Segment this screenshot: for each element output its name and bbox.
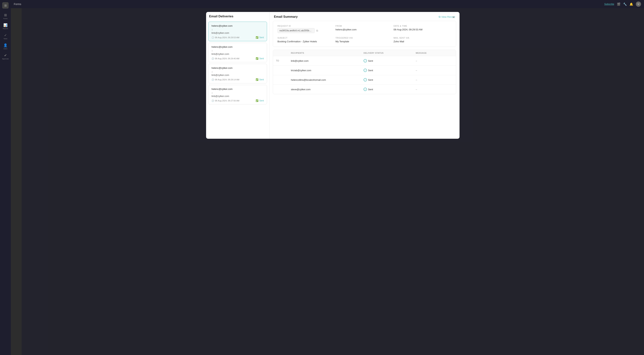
recipients-card: RECIPIENTS DELIVERY STATUS MESSAGE TO li… (273, 50, 456, 94)
row-status-3: ✓ Sent (364, 78, 416, 82)
reports-icon: 📊 (3, 23, 8, 27)
right-panel: Email Summary ⧉ View Record Request ID (270, 12, 460, 139)
modal-overlay: × Email Deliveries helenc@zylker.com ↓ l… (22, 8, 644, 355)
col-delivery-status: DELIVERY STATUS (364, 52, 416, 54)
card-to-4: linb@zylker.com (212, 95, 264, 98)
close-button[interactable]: × (451, 15, 456, 20)
triggered-via-label: Triggered via (336, 37, 393, 39)
sidebar-item-forms[interactable]: ⊞ Forms (1, 12, 10, 21)
row-label-1: TO (276, 60, 291, 62)
delivery-card-3[interactable]: helenc@zylker.com ↓ linb@zylker.com 🕐 08… (208, 64, 267, 83)
approvals-icon: ✔ (4, 53, 7, 58)
status-icon-1: ✓ (364, 59, 367, 63)
clock-icon-1: 🕐 (212, 36, 214, 39)
summary-card: Request ID ea36f19a.aed6c6.m1.ab25f3b0-5… (273, 21, 456, 47)
mail-sent-via-value: Zoho Mail (394, 40, 452, 43)
card-arrow-2: ↓ (212, 49, 264, 52)
col-message: MESSAGE (416, 52, 453, 54)
left-panel-title: Email Deliveries (208, 14, 267, 20)
card-to-1: linb@zylker.com (212, 32, 264, 34)
row-status-4: ✓ Sent (364, 88, 416, 91)
from-field: From helenc@zylker.com (336, 25, 393, 33)
row-message-2: – (416, 69, 453, 72)
date-time-label: Date & Time (394, 25, 452, 27)
subject-value: Booking Confirmation - Zylker Hotels (278, 40, 336, 43)
mail-sent-via-field: Mail sent via Zoho Mail (394, 37, 452, 43)
app-logo: ⊞ (2, 2, 8, 9)
sidebar-reports-label: Reports (3, 28, 8, 30)
forms-icon: ⊞ (4, 13, 7, 17)
card-footer-1: 🕐 08-Aug-2024, 09:29:53 AM ✅ Sent (212, 36, 264, 39)
row-message-3: – (416, 79, 453, 81)
subject-label: Subject (278, 37, 336, 39)
status-icon-4: ✓ (364, 88, 367, 91)
sidebar-item-tasks[interactable]: ✓ Tasks (1, 32, 10, 41)
clock-icon-3: 🕐 (212, 79, 214, 81)
card-time-2: 🕐 08-Aug-2024, 09:29:40 AM (212, 58, 239, 60)
col-recipients: RECIPIENTS (291, 52, 364, 54)
row-email-1: linb@zylker.com (291, 60, 364, 62)
copy-icon[interactable]: ⧉ (316, 29, 318, 32)
bell-icon[interactable]: 🔔 (630, 3, 633, 6)
delivery-card-1[interactable]: helenc@zylker.com ↓ linb@zylker.com 🕐 08… (208, 22, 267, 41)
row-email-2: triciab@zylker.com (291, 69, 364, 72)
card-arrow-4: ↓ (212, 91, 264, 94)
card-time-1: 🕐 08-Aug-2024, 09:29:53 AM (212, 36, 239, 39)
delivery-card-2[interactable]: helenc@zylker.com ↓ linb@zylker.com 🕐 08… (208, 43, 267, 62)
card-arrow-3: ↓ (212, 70, 264, 73)
users-icon: 👤 (3, 43, 8, 47)
sent-icon-1: ✅ (256, 36, 258, 39)
date-time-field: Date & Time 08-Aug-2024, 09:29:53 AM (394, 25, 452, 33)
clock-icon-2: 🕐 (212, 58, 214, 60)
summary-row-1: Request ID ea36f19a.aed6c6.m1.ab25f3b0-5… (278, 25, 452, 33)
clock-icon-4: 🕐 (212, 100, 214, 102)
request-id-label: Request ID (278, 25, 336, 27)
row-message-4: – (416, 88, 453, 91)
card-status-4: ✅ Sent (256, 99, 264, 102)
sidebar: ⊞ ⊞ Forms 📊 Reports ✓ Tasks 👤 Users ✔ Ap… (0, 0, 11, 355)
status-icon-3: ✓ (364, 78, 367, 82)
col-empty (276, 52, 291, 54)
request-id-row: ea36f19a.aed6c6.m1.ab25f3b0-553a-11... ⧉ (278, 28, 336, 33)
user-avatar[interactable]: U (636, 2, 641, 7)
video-icon[interactable]: 🎬 (617, 3, 620, 6)
sidebar-forms-label: Forms (3, 18, 8, 20)
card-time-3: 🕐 08-Aug-2024, 09:29:14 AM (212, 79, 239, 81)
card-to-3: linb@zylker.com (212, 74, 264, 77)
card-to-2: linb@zylker.com (212, 53, 264, 55)
triggered-via-field: Triggered via My Template (336, 37, 393, 43)
table-header: RECIPIENTS DELIVERY STATUS MESSAGE (273, 50, 456, 56)
tools-icon[interactable]: 🔧 (623, 3, 627, 6)
sent-icon-3: ✅ (256, 78, 258, 81)
row-status-1: ✓ Sent (364, 59, 416, 63)
sidebar-tasks-label: Tasks (4, 38, 7, 40)
topbar: Forms Subscribe 🎬 🔧 🔔 U (11, 0, 644, 8)
table-row-4: steve@zylker.com ✓ Sent – (273, 85, 456, 94)
card-status-1: ✅ Sent (256, 36, 264, 39)
summary-row-2: Subject Booking Confirmation - Zylker Ho… (278, 37, 452, 43)
sidebar-item-reports[interactable]: 📊 Reports (1, 22, 10, 31)
row-status-2: ✓ Sent (364, 69, 416, 72)
card-from-4: helenc@zylker.com (212, 88, 264, 90)
sent-icon-2: ✅ (256, 57, 258, 60)
date-time-value: 08-Aug-2024, 09:29:53 AM (394, 28, 452, 31)
card-arrow-1: ↓ (212, 28, 264, 31)
sidebar-users-label: Users (4, 48, 8, 50)
sidebar-item-users[interactable]: 👤 Users (1, 42, 10, 51)
right-header: Email Summary ⧉ View Record (270, 12, 460, 21)
from-label: From (336, 25, 393, 27)
subscribe-link[interactable]: Subscribe (604, 3, 614, 6)
delivery-card-4[interactable]: helenc@zylker.com ↓ linb@zylker.com 🕐 08… (208, 85, 267, 104)
sent-icon-4: ✅ (256, 99, 258, 102)
request-id-field: Request ID ea36f19a.aed6c6.m1.ab25f3b0-5… (278, 25, 336, 33)
card-from-3: helenc@zylker.com (212, 67, 264, 69)
main-content: × Email Deliveries helenc@zylker.com ↓ l… (22, 8, 644, 355)
request-id-value: ea36f19a.aed6c6.m1.ab25f3b0-553a-11... (278, 28, 315, 33)
modal-body: Email Deliveries helenc@zylker.com ↓ lin… (206, 12, 460, 139)
table-row-3: helencollins@localzohomail.com ✓ Sent – (273, 75, 456, 85)
left-panel: Email Deliveries helenc@zylker.com ↓ lin… (206, 12, 270, 139)
card-status-2: ✅ Sent (256, 57, 264, 60)
sidebar-item-approvals[interactable]: ✔ Approvals (1, 52, 10, 61)
email-deliveries-modal: × Email Deliveries helenc@zylker.com ↓ l… (206, 12, 460, 139)
view-record-icon: ⧉ (439, 15, 440, 19)
